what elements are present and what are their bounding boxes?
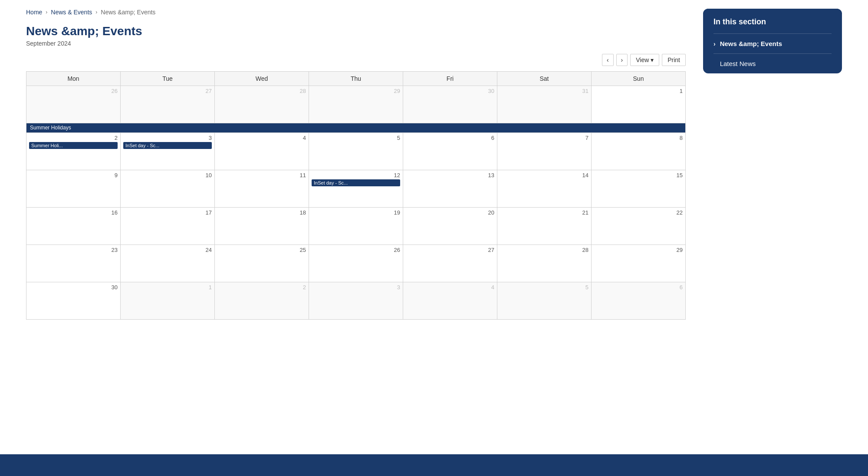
sidebar-item-label: News &amp; Events [720, 40, 782, 47]
calendar-cell: 28 [215, 86, 309, 123]
footer [0, 454, 868, 476]
calendar-cell: 17 [121, 208, 215, 245]
table-row: 30 1 2 3 4 5 6 [26, 282, 686, 320]
sidebar-item-label-2: Latest News [720, 60, 756, 67]
table-row: 9 10 11 12 InSet day - Sc... 13 14 15 [26, 170, 686, 208]
page-subtitle: September 2024 [26, 40, 686, 47]
calendar-cell: 3 [309, 282, 403, 320]
calendar-cell: 1 [592, 86, 686, 123]
calendar-cell: 26 [309, 245, 403, 282]
calendar-cell: 15 [592, 170, 686, 208]
col-thu: Thu [309, 72, 403, 86]
main-content: Home › News & Events › News &amp; Events… [0, 0, 868, 454]
col-sun: Sun [592, 72, 686, 86]
calendar-cell: 2 Summer Holi... [26, 133, 121, 170]
calendar-cell: 12 InSet day - Sc... [309, 170, 403, 208]
breadcrumb-parent[interactable]: News & Events [51, 9, 92, 16]
summer-holidays-event[interactable]: Summer Holidays [26, 123, 686, 133]
calendar-cell: 27 [121, 86, 215, 123]
calendar-cell: 29 [309, 86, 403, 123]
calendar-cell: 3 InSet day - Sc... [121, 133, 215, 170]
calendar-cell: 6 [403, 133, 497, 170]
calendar-cell: 28 [497, 245, 592, 282]
sidebar-item-news-events[interactable]: › News &amp; Events [703, 34, 842, 53]
sidebar-box: In this section › News &amp; Events › La… [703, 9, 842, 73]
calendar-cell: 6 [592, 282, 686, 320]
col-fri: Fri [403, 72, 497, 86]
event-inset-day-tue[interactable]: InSet day - Sc... [123, 142, 212, 149]
calendar-cell: 26 [26, 86, 121, 123]
calendar-cell: 5 [309, 133, 403, 170]
calendar-cell: 4 [403, 282, 497, 320]
chevron-right-icon: › [713, 40, 716, 47]
sidebar-title: In this section [703, 9, 842, 33]
sidebar-item-latest-news[interactable]: › Latest News [703, 54, 842, 73]
prev-button[interactable]: ‹ [602, 54, 614, 66]
calendar-cell: 19 [309, 208, 403, 245]
calendar-cell: 16 [26, 208, 121, 245]
print-button[interactable]: Print [662, 54, 686, 66]
calendar-cell: 5 [497, 282, 592, 320]
table-row: 16 17 18 19 20 21 22 [26, 208, 686, 245]
event-summer-holi[interactable]: Summer Holi... [29, 142, 118, 149]
event-inset-day-thu[interactable]: InSet day - Sc... [312, 179, 400, 186]
table-row: 26 27 28 29 30 31 1 [26, 86, 686, 123]
calendar-cell: 10 [121, 170, 215, 208]
calendar-cell: 27 [403, 245, 497, 282]
page-wrapper: Home › News & Events › News &amp; Events… [0, 0, 868, 476]
col-wed: Wed [215, 72, 309, 86]
view-button[interactable]: View ▾ [630, 54, 659, 66]
calendar-cell: 30 [403, 86, 497, 123]
calendar-cell: 1 [121, 282, 215, 320]
calendar-cell: 7 [497, 133, 592, 170]
right-column: In this section › News &amp; Events › La… [703, 9, 842, 437]
calendar-header-row: Mon Tue Wed Thu Fri Sat Sun [26, 72, 686, 86]
calendar-cell: 9 [26, 170, 121, 208]
breadcrumb-sep-2: › [95, 9, 97, 15]
breadcrumb: Home › News & Events › News &amp; Events [26, 9, 686, 16]
calendar-cell: 31 [497, 86, 592, 123]
page-title: News &amp; Events [26, 24, 686, 38]
next-button[interactable]: › [616, 54, 628, 66]
table-row: 23 24 25 26 27 28 29 [26, 245, 686, 282]
calendar-cell: 8 [592, 133, 686, 170]
calendar-cell: 4 [215, 133, 309, 170]
table-row: 2 Summer Holi... 3 InSet day - Sc... 4 5… [26, 133, 686, 170]
calendar-cell: 24 [121, 245, 215, 282]
calendar-cell: 21 [497, 208, 592, 245]
calendar-cell: 2 [215, 282, 309, 320]
col-sat: Sat [497, 72, 592, 86]
breadcrumb-current: News &amp; Events [101, 9, 155, 16]
calendar-cell: 11 [215, 170, 309, 208]
calendar-cell: 25 [215, 245, 309, 282]
spanning-event-row: Summer Holidays [26, 123, 686, 133]
calendar-cell: 14 [497, 170, 592, 208]
calendar-cell: 22 [592, 208, 686, 245]
col-tue: Tue [121, 72, 215, 86]
calendar-cell: 29 [592, 245, 686, 282]
calendar-controls: ‹ › View ▾ Print [26, 54, 686, 66]
calendar-table: Mon Tue Wed Thu Fri Sat Sun 26 27 28 [26, 71, 686, 320]
calendar-cell: 18 [215, 208, 309, 245]
left-column: Home › News & Events › News &amp; Events… [26, 9, 686, 437]
breadcrumb-home[interactable]: Home [26, 9, 42, 16]
col-mon: Mon [26, 72, 121, 86]
calendar-cell: 20 [403, 208, 497, 245]
calendar-cell: 23 [26, 245, 121, 282]
breadcrumb-sep-1: › [46, 9, 47, 15]
calendar-cell: 30 [26, 282, 121, 320]
calendar-cell: 13 [403, 170, 497, 208]
